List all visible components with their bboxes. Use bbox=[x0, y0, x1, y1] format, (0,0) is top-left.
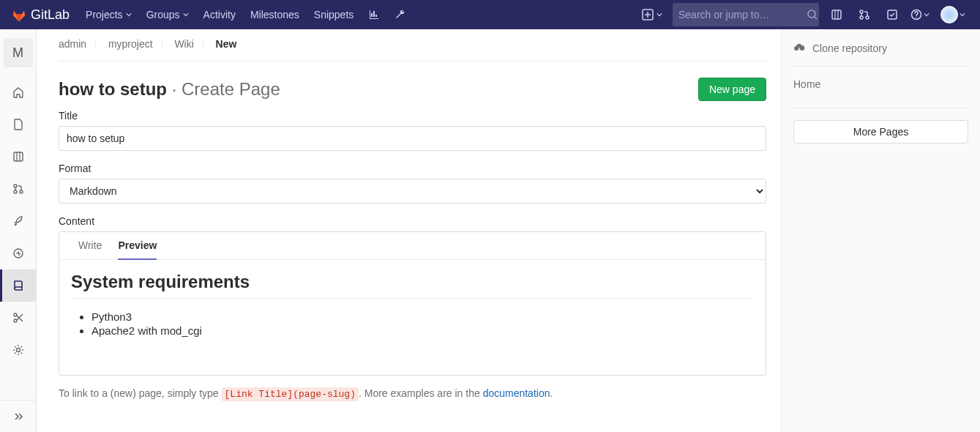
chevron-down-icon bbox=[960, 12, 965, 18]
merge-request-icon bbox=[859, 9, 870, 21]
title-label: Title bbox=[59, 110, 766, 122]
nav-milestones[interactable]: Milestones bbox=[243, 0, 307, 29]
sidebar-settings[interactable] bbox=[0, 334, 37, 366]
question-icon bbox=[910, 9, 922, 21]
breadcrumb-admin[interactable]: admin bbox=[59, 38, 86, 50]
chevrons-right-icon bbox=[12, 411, 24, 422]
help-menu[interactable] bbox=[907, 0, 933, 29]
page-title-suffix: · Create Page bbox=[172, 79, 280, 99]
nav-snippets[interactable]: Snippets bbox=[307, 0, 361, 29]
brand-text: GitLab bbox=[31, 7, 70, 23]
search-icon bbox=[807, 9, 818, 21]
search-input[interactable] bbox=[678, 9, 807, 21]
svg-point-4 bbox=[860, 16, 863, 19]
book-icon bbox=[12, 280, 24, 291]
merge-request-icon bbox=[12, 183, 24, 195]
nav-analytics[interactable] bbox=[361, 0, 387, 29]
format-select[interactable]: Markdown bbox=[59, 179, 766, 204]
tab-preview[interactable]: Preview bbox=[118, 239, 157, 260]
sidebar-repository[interactable] bbox=[0, 108, 37, 141]
svg-rect-2 bbox=[832, 10, 841, 19]
plus-square-icon bbox=[642, 9, 654, 21]
chevron-down-icon bbox=[126, 12, 132, 18]
chart-icon bbox=[368, 9, 380, 21]
gear-icon bbox=[12, 344, 24, 356]
preview-list-item: Apache2 with mod_cgi bbox=[91, 324, 754, 337]
nav-admin[interactable] bbox=[387, 0, 414, 29]
documentation-link[interactable]: documentation bbox=[483, 387, 550, 399]
svg-point-9 bbox=[14, 185, 17, 187]
nav-snippets-label: Snippets bbox=[314, 9, 354, 21]
avatar bbox=[940, 6, 958, 23]
sidebar-expand[interactable] bbox=[0, 400, 37, 432]
svg-point-15 bbox=[16, 349, 20, 352]
breadcrumb-separator: 〉 bbox=[89, 41, 105, 49]
link-hint: To link to a (new) page, simply type [Li… bbox=[59, 387, 766, 400]
breadcrumb-wiki[interactable]: Wiki bbox=[174, 38, 193, 50]
sidebar-snippets[interactable] bbox=[0, 302, 37, 334]
nav-activity[interactable]: Activity bbox=[196, 0, 243, 29]
operations-icon bbox=[12, 247, 24, 259]
chevron-down-icon bbox=[183, 12, 189, 18]
breadcrumb: admin 〉 myproject 〉 Wiki 〉 New bbox=[59, 37, 766, 62]
preview-pane: System requirements Python3 Apache2 with… bbox=[59, 260, 766, 375]
more-pages-button[interactable]: More Pages bbox=[793, 120, 968, 144]
svg-rect-8 bbox=[14, 152, 23, 161]
nav-activity-label: Activity bbox=[203, 9, 236, 21]
preview-list-item: Python3 bbox=[91, 310, 754, 323]
preview-heading: System requirements bbox=[71, 272, 754, 299]
editor-box: Write Preview System requirements Python… bbox=[59, 231, 766, 376]
merge-requests-link[interactable] bbox=[851, 0, 878, 29]
svg-point-11 bbox=[20, 190, 23, 193]
sidebar-wiki[interactable] bbox=[0, 269, 37, 302]
svg-point-14 bbox=[14, 319, 17, 322]
clone-repository-link[interactable]: Clone repository bbox=[793, 42, 968, 66]
hint-text-mid: . More examples are in the bbox=[359, 387, 483, 399]
svg-point-5 bbox=[866, 16, 869, 19]
todos-link[interactable] bbox=[879, 0, 905, 29]
new-menu[interactable] bbox=[636, 0, 668, 29]
wiki-sidebar: Clone repository Home More Pages bbox=[781, 29, 980, 432]
page-title-main: how to setup bbox=[59, 79, 167, 99]
issues-link[interactable] bbox=[823, 0, 850, 29]
logo[interactable]: GitLab bbox=[12, 7, 70, 23]
breadcrumb-current: New bbox=[216, 38, 237, 50]
issues-icon bbox=[12, 151, 24, 163]
hint-text-pre: To link to a (new) page, simply type bbox=[59, 387, 222, 399]
top-navbar: GitLab Projects Groups Activity Mileston… bbox=[0, 0, 980, 29]
user-menu[interactable] bbox=[935, 0, 968, 29]
clone-repository-label: Clone repository bbox=[812, 42, 887, 54]
rocket-icon bbox=[12, 215, 24, 227]
wiki-home-link[interactable]: Home bbox=[793, 78, 968, 90]
search-box[interactable] bbox=[673, 3, 819, 26]
nav-projects-label: Projects bbox=[86, 9, 123, 21]
doc-icon bbox=[12, 119, 24, 130]
sidebar-overview[interactable] bbox=[0, 76, 37, 108]
hint-code: [Link Title](page-slug) bbox=[222, 387, 359, 401]
new-page-button[interactable]: New page bbox=[698, 78, 766, 101]
cloud-download-icon bbox=[793, 42, 805, 54]
svg-point-10 bbox=[14, 190, 17, 193]
format-label: Format bbox=[59, 163, 766, 174]
breadcrumb-project[interactable]: myproject bbox=[108, 38, 153, 50]
gitlab-logo-icon bbox=[12, 7, 26, 22]
svg-point-3 bbox=[860, 10, 863, 13]
project-avatar[interactable]: M bbox=[4, 38, 33, 67]
sidebar-issues[interactable] bbox=[0, 141, 37, 173]
sidebar-cicd[interactable] bbox=[0, 205, 37, 237]
nav-groups-label: Groups bbox=[146, 9, 180, 21]
todo-icon bbox=[886, 9, 898, 21]
tab-write[interactable]: Write bbox=[78, 239, 102, 259]
wrench-icon bbox=[394, 9, 406, 21]
title-input[interactable] bbox=[59, 126, 766, 151]
chevron-down-icon bbox=[657, 12, 662, 18]
nav-right bbox=[636, 0, 968, 29]
hint-text-post: . bbox=[550, 387, 553, 399]
home-icon bbox=[12, 86, 24, 98]
sidebar-merge-requests[interactable] bbox=[0, 173, 37, 205]
nav-projects[interactable]: Projects bbox=[78, 0, 139, 29]
page-title: how to setup · Create Page bbox=[59, 79, 280, 100]
nav-items: Projects Groups Activity Milestones Snip… bbox=[78, 0, 414, 29]
sidebar-operations[interactable] bbox=[0, 237, 37, 269]
nav-groups[interactable]: Groups bbox=[139, 0, 196, 29]
